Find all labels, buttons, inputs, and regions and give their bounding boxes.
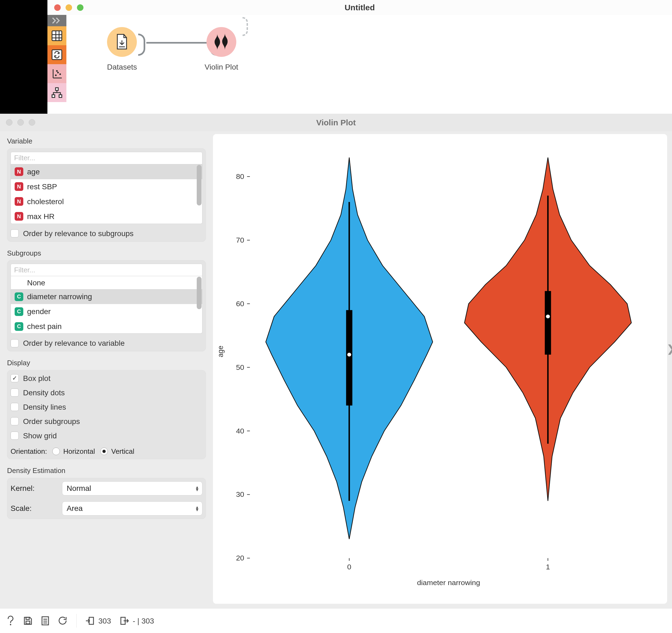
svg-rect-49	[89, 617, 94, 624]
subgroup-item-gender[interactable]: Cgender	[11, 304, 202, 319]
density-estimation-section-label: Density Estimation	[7, 466, 206, 475]
orientation-horizontal-radio[interactable]	[52, 448, 60, 455]
variable-filter-input[interactable]	[10, 152, 202, 164]
subgroups-list[interactable]: None Cdiameter narrowing Cgender Cchest …	[10, 276, 202, 333]
svg-text:60: 60	[236, 300, 244, 308]
density-dots-label: Density dots	[23, 388, 65, 398]
list-scrollbar[interactable]	[197, 165, 201, 205]
svg-rect-14	[59, 95, 62, 98]
variable-item-rest-sbp[interactable]: Nrest SBP	[11, 179, 202, 194]
svg-rect-44	[26, 617, 29, 619]
density-lines-label: Density lines	[23, 402, 66, 412]
variable-item-cholesterol[interactable]: Ncholesterol	[11, 194, 202, 209]
violin-plot-window: Violin Plot Variable Nage Nrest SBP Ncho…	[0, 114, 672, 609]
subgroup-item-chest-pain[interactable]: Cchest pain	[11, 319, 202, 333]
scale-select[interactable]: Area▴▾	[62, 501, 202, 515]
toolbar-data-category-button[interactable]	[47, 26, 66, 45]
report-button[interactable]	[41, 616, 49, 626]
help-button[interactable]	[6, 615, 15, 626]
variable-order-checkbox-row[interactable]: Order by relevance to subgroups	[10, 229, 202, 238]
display-order-subgroups-row[interactable]: Order subgroups	[10, 417, 202, 426]
numeric-badge-icon: N	[15, 212, 23, 221]
svg-point-42	[10, 624, 11, 626]
reset-icon	[58, 616, 68, 626]
orientation-vertical-label: Vertical	[111, 447, 134, 456]
show-grid-label: Show grid	[23, 431, 57, 440]
display-density-dots-row[interactable]: Density dots	[10, 388, 202, 398]
show-grid-checkbox[interactable]	[10, 432, 19, 440]
orientation-label: Orientation:	[10, 447, 47, 456]
black-sidebar-strip	[0, 0, 47, 114]
density-lines-checkbox[interactable]	[10, 403, 19, 411]
subgroup-order-checkbox-row[interactable]: Order by relevance to variable	[10, 338, 202, 348]
variable-item-label: cholesterol	[27, 197, 64, 206]
node-datasets[interactable]: Datasets	[107, 27, 137, 72]
expand-toolbar-button[interactable]	[47, 15, 66, 26]
svg-rect-43	[26, 621, 30, 624]
kernel-value: Normal	[67, 484, 91, 493]
input-count: 303	[86, 616, 111, 626]
chevrons-updown-icon: ▴▾	[196, 486, 198, 491]
subgroup-item-diameter-narrowing[interactable]: Cdiameter narrowing	[11, 289, 202, 304]
orientation-horizontal-row[interactable]: Horizontal	[52, 447, 95, 456]
subgroup-item-none[interactable]: None	[11, 276, 202, 289]
subgroup-order-checkbox[interactable]	[10, 339, 19, 347]
box-plot-label: Box plot	[23, 374, 50, 383]
subgroup-item-label: gender	[27, 307, 51, 316]
violin-plot-title: Violin Plot	[0, 118, 672, 128]
display-show-grid-row[interactable]: Show grid	[10, 431, 202, 440]
subgroups-filter-input[interactable]	[10, 264, 202, 276]
node-violin-plot[interactable]: Violin Plot	[205, 27, 238, 72]
variable-list[interactable]: Nage Nrest SBP Ncholesterol Nmax HR	[10, 164, 202, 224]
display-density-lines-row[interactable]: Density lines	[10, 402, 202, 412]
numeric-badge-icon: N	[15, 182, 23, 191]
subgroup-item-label: diameter narrowing	[27, 292, 92, 301]
node-datasets-label: Datasets	[107, 62, 137, 72]
scale-value: Area	[67, 504, 82, 513]
svg-point-10	[59, 73, 61, 75]
toolbar-visualize-category-button[interactable]	[47, 64, 66, 83]
workflow-canvas[interactable]: Datasets Violin Plot	[107, 19, 672, 106]
output-icon	[120, 616, 129, 626]
density-dots-checkbox[interactable]	[10, 388, 19, 397]
variable-item-label: rest SBP	[27, 182, 57, 192]
svg-rect-40	[545, 291, 551, 355]
plot-area[interactable]: 20304050607080age01diameter narrowing	[213, 134, 667, 604]
svg-point-9	[57, 72, 59, 73]
svg-point-11	[56, 70, 58, 72]
reset-button[interactable]	[58, 616, 68, 626]
svg-text:70: 70	[236, 236, 244, 244]
violin-icon	[213, 32, 230, 51]
refresh-icon	[51, 49, 63, 61]
variable-order-checkbox[interactable]	[10, 229, 19, 237]
save-button[interactable]	[23, 616, 32, 626]
scatter-icon	[51, 68, 63, 80]
box-plot-checkbox[interactable]	[10, 374, 19, 382]
orientation-horizontal-label: Horizontal	[63, 447, 95, 456]
list-scrollbar[interactable]	[197, 277, 201, 309]
side-panel: Variable Nage Nrest SBP Ncholesterol Nma…	[0, 131, 211, 609]
svg-text:80: 80	[236, 173, 244, 181]
variable-item-max-hr[interactable]: Nmax HR	[11, 209, 202, 224]
categorical-badge-icon: C	[15, 293, 23, 301]
save-icon	[23, 616, 32, 626]
output-count: - | 303	[120, 616, 154, 626]
toolbar-model-category-button[interactable]	[47, 83, 66, 102]
canvas-titlebar: Untitled	[47, 0, 672, 15]
svg-text:age: age	[216, 346, 225, 357]
subgroup-order-label: Order by relevance to variable	[23, 338, 125, 348]
orientation-vertical-radio[interactable]	[100, 448, 108, 455]
svg-rect-37	[346, 310, 352, 405]
svg-rect-13	[52, 95, 55, 98]
variable-item-label: age	[27, 167, 40, 177]
workflow-link[interactable]	[146, 42, 209, 44]
kernel-select[interactable]: Normal▴▾	[62, 481, 202, 496]
variable-item-age[interactable]: Nage	[11, 164, 202, 179]
display-box-plot-row[interactable]: Box plot	[10, 374, 202, 383]
categorical-badge-icon: C	[15, 307, 23, 316]
toolbar-transform-category-button[interactable]	[47, 45, 66, 64]
table-icon	[51, 30, 63, 42]
numeric-badge-icon: N	[15, 197, 23, 206]
order-subgroups-checkbox[interactable]	[10, 417, 19, 425]
orientation-vertical-row[interactable]: Vertical	[100, 447, 134, 456]
